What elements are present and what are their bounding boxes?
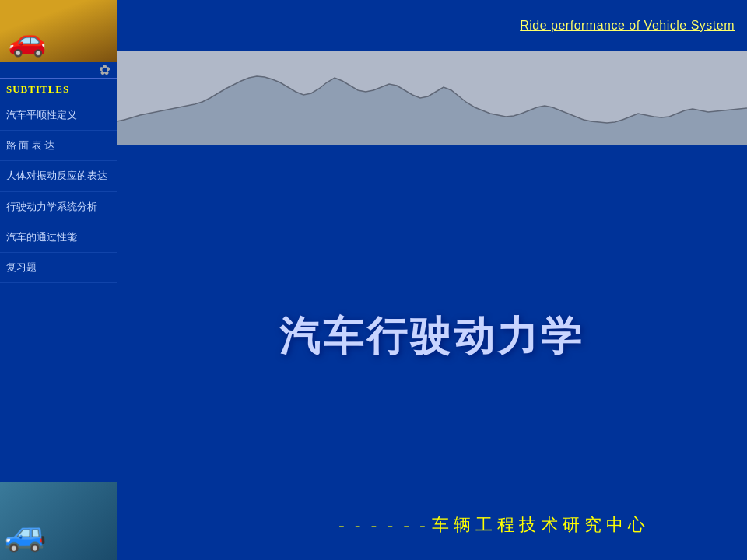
footer-subtitle: - - - - - -车辆工程技术研究中心 [338,513,649,537]
main-content: 汽车行驶动力学 - - - - - -车辆工程技术研究中心 [117,145,747,560]
sidebar-item-item-2[interactable]: 路 面 表 达 [0,131,117,161]
logo-icon: ✿ [99,61,110,79]
sidebar-nav: 汽车平顺性定义路 面 表 达人体对振动反应的表达行驶动力学系统分析汽车的通过性能… [0,100,117,482]
main-area: Ride performance of Vehicle System 汽车行驶动… [117,0,747,560]
main-header: Ride performance of Vehicle System [117,0,747,51]
main-title: 汽车行驶动力学 [279,310,584,364]
sidebar-item-item-3[interactable]: 人体对振动反应的表达 [0,161,117,191]
car-top-image [0,0,117,62]
sidebar-item-item-1[interactable]: 汽车平顺性定义 [0,100,117,131]
page-title: Ride performance of Vehicle System [520,19,735,33]
waveform-svg [117,51,747,145]
waveform-strip [117,51,747,145]
sidebar-item-item-4[interactable]: 行驶动力学系统分析 [0,192,117,222]
footer-center-name: 车辆工程技术研究中心 [432,515,650,534]
sidebar-item-item-6[interactable]: 复习题 [0,253,117,283]
subtitles-label: SUBTITLES [0,78,117,100]
sidebar: ✿ SUBTITLES 汽车平顺性定义路 面 表 达人体对振动反应的表达行驶动力… [0,0,117,560]
footer-dashes: - - - - - - [338,515,428,534]
car-bottom-image [0,482,117,560]
sidebar-logo: ✿ [0,62,117,78]
sidebar-item-item-5[interactable]: 汽车的通过性能 [0,222,117,253]
